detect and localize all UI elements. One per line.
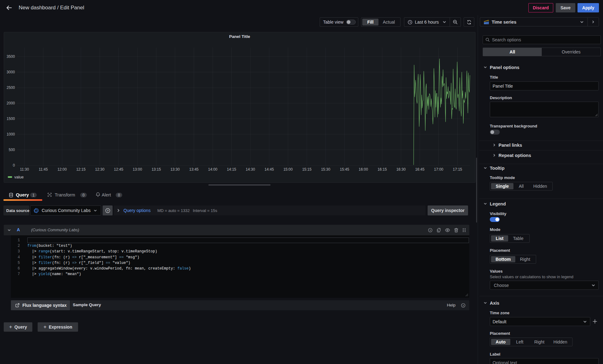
svg-text:1000: 1000 <box>7 132 15 136</box>
svg-text:?: ? <box>462 304 464 307</box>
svg-text:12:00: 12:00 <box>58 167 67 172</box>
svg-text:13:00: 13:00 <box>133 167 142 172</box>
svg-text:14:15: 14:15 <box>227 167 236 172</box>
svg-text:13:30: 13:30 <box>170 167 180 172</box>
svg-text:14:00: 14:00 <box>208 167 217 172</box>
svg-text:3000: 3000 <box>7 70 15 74</box>
svg-text:15:30: 15:30 <box>321 167 330 172</box>
svg-text:?: ? <box>429 229 431 232</box>
svg-text:1500: 1500 <box>7 117 15 121</box>
svg-text:16:30: 16:30 <box>396 167 406 172</box>
svg-text:0: 0 <box>13 163 15 168</box>
svg-text:12:15: 12:15 <box>76 167 86 172</box>
svg-text:2000: 2000 <box>7 101 15 105</box>
svg-text:14:30: 14:30 <box>246 167 255 172</box>
svg-text:12:45: 12:45 <box>114 167 123 172</box>
svg-text:13:45: 13:45 <box>189 167 198 172</box>
svg-text:15:00: 15:00 <box>283 167 293 172</box>
svg-text:16:15: 16:15 <box>378 167 387 172</box>
svg-text:2500: 2500 <box>7 85 15 90</box>
svg-text:16:00: 16:00 <box>359 167 368 172</box>
svg-text:?: ? <box>107 209 108 212</box>
svg-text:11:30: 11:30 <box>20 167 29 172</box>
svg-text:11:45: 11:45 <box>39 167 48 172</box>
svg-text:12:30: 12:30 <box>95 167 104 172</box>
svg-text:17:15: 17:15 <box>453 167 462 172</box>
svg-text:15:45: 15:45 <box>340 167 349 172</box>
svg-text:value: value <box>14 175 24 179</box>
svg-text:500: 500 <box>9 148 15 152</box>
svg-text:3500: 3500 <box>7 54 15 59</box>
svg-text:17:00: 17:00 <box>434 167 443 172</box>
svg-text:13:15: 13:15 <box>151 167 161 172</box>
svg-text:16:45: 16:45 <box>415 167 424 172</box>
svg-text:15:15: 15:15 <box>302 167 312 172</box>
svg-text:14:45: 14:45 <box>265 167 274 172</box>
